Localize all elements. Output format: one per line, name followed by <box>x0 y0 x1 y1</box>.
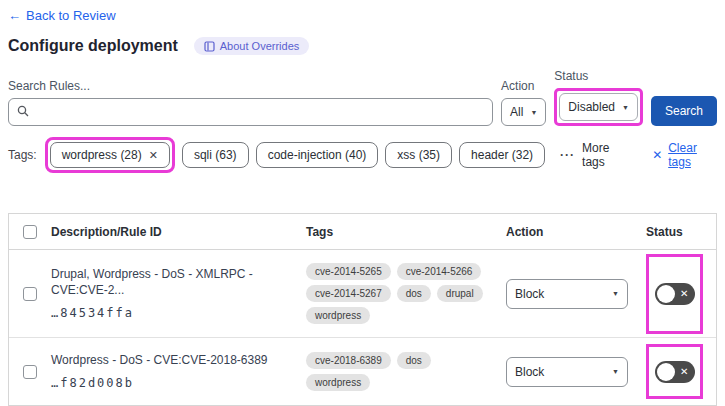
tag-pill: cve-2014-5266 <box>397 263 482 280</box>
status-dropdown-value: Disabled <box>568 100 615 114</box>
action-dropdown[interactable]: All ▼ <box>501 98 546 126</box>
action-select-value: Block <box>515 365 544 379</box>
tags-label: Tags: <box>8 148 37 162</box>
chevron-down-icon: ▼ <box>612 368 619 375</box>
row-checkbox[interactable] <box>23 365 37 379</box>
chevron-down-icon: ▼ <box>530 109 537 116</box>
table-row: Wordpress - DoS - CVE:CVE-2018-6389 …f82… <box>9 338 716 405</box>
rule-id: …f82d008b <box>51 376 294 390</box>
filter-bar: Search Rules... Action All ▼ Status Disa… <box>8 69 717 126</box>
about-overrides-label: About Overrides <box>220 40 299 52</box>
tag-pill: dos <box>397 285 431 302</box>
table-header-row: Description/Rule ID Tags Action Status <box>9 214 716 250</box>
tags-bar: Tags: wordpress (28) ✕ sqli (63) code-in… <box>8 137 717 173</box>
toggle-knob <box>657 285 675 303</box>
chevron-down-icon: ▼ <box>612 290 619 297</box>
tag-filter-label: code-injection (40) <box>268 148 367 162</box>
status-toggle-highlight: ✕ <box>646 344 703 399</box>
tag-filter-label: sqli (63) <box>194 148 237 162</box>
clear-tags-label: Clear tags <box>668 141 717 169</box>
status-toggle-highlight: ✕ <box>646 254 703 334</box>
tag-filter[interactable]: sqli (63) <box>182 142 249 168</box>
select-all-checkbox[interactable] <box>23 225 37 239</box>
action-dropdown-value: All <box>510 105 523 119</box>
about-overrides-badge[interactable]: About Overrides <box>194 37 309 55</box>
tag-filter-label: xss (35) <box>397 148 440 162</box>
more-tags-button[interactable]: ··· More tags <box>560 141 629 169</box>
selected-tag-highlight: wordpress (28) ✕ <box>45 137 175 173</box>
status-filter-label: Status <box>554 69 643 83</box>
status-dropdown[interactable]: Disabled ▼ <box>559 93 638 121</box>
toggle-off-icon: ✕ <box>680 366 688 377</box>
toggle-off-icon: ✕ <box>680 288 688 299</box>
rule-tags: cve-2018-6389doswordpress <box>306 352 506 391</box>
tag-pill: wordpress <box>306 307 370 324</box>
search-icon <box>17 103 29 121</box>
tag-pill: dos <box>397 352 431 369</box>
close-icon: ✕ <box>652 148 662 162</box>
rule-description: Wordpress - DoS - CVE:CVE-2018-6389 <box>51 353 294 369</box>
status-toggle[interactable]: ✕ <box>655 283 695 305</box>
action-filter-label: Action <box>501 79 546 93</box>
back-link-label: Back to Review <box>26 8 116 23</box>
rules-table: Description/Rule ID Tags Action Status D… <box>8 213 717 406</box>
column-header-tags: Tags <box>306 225 506 239</box>
heading-row: Configure deployment About Overrides <box>8 37 717 55</box>
ellipsis-icon: ··· <box>560 148 575 162</box>
configure-deployment-page: ←Back to Review Configure deployment Abo… <box>0 0 725 406</box>
rule-tags: cve-2014-5265cve-2014-5266cve-2014-5267d… <box>306 263 506 324</box>
remove-tag-icon[interactable]: ✕ <box>149 149 158 162</box>
search-rules-label: Search Rules... <box>8 79 493 93</box>
action-select[interactable]: Block ▼ <box>506 279 628 309</box>
tag-filter-label: wordpress (28) <box>62 148 142 162</box>
action-filter-group: Action All ▼ <box>501 79 546 126</box>
back-to-review-link[interactable]: ←Back to Review <box>8 8 116 23</box>
tag-filter[interactable]: code-injection (40) <box>256 142 379 168</box>
status-toggle[interactable]: ✕ <box>655 361 695 383</box>
tag-pill: cve-2014-5267 <box>306 285 391 302</box>
search-button[interactable]: Search <box>651 96 717 126</box>
status-filter-group: Status Disabled ▼ <box>554 69 643 126</box>
column-header-action: Action <box>506 225 646 239</box>
action-select-value: Block <box>515 287 544 301</box>
column-header-description: Description/Rule ID <box>43 225 306 239</box>
status-dropdown-highlight: Disabled ▼ <box>554 88 643 126</box>
back-arrow-icon: ← <box>8 8 21 23</box>
toggle-knob <box>657 363 675 381</box>
rule-id: …84534ffa <box>51 306 294 320</box>
more-tags-label: More tags <box>582 141 629 169</box>
chevron-down-icon: ▼ <box>622 104 629 111</box>
search-group: Search Rules... <box>8 79 493 126</box>
tag-pill: wordpress <box>306 374 370 391</box>
row-checkbox[interactable] <box>23 287 37 301</box>
tag-pill: drupal <box>437 285 483 302</box>
clear-tags-button[interactable]: ✕ Clear tags <box>652 141 717 169</box>
tag-pill: cve-2018-6389 <box>306 352 391 369</box>
table-row: Drupal, Wordpress - DoS - XMLRPC - CVE:C… <box>9 250 716 338</box>
rule-description: Drupal, Wordpress - DoS - XMLRPC - CVE:C… <box>51 267 294 298</box>
tag-filter-wordpress[interactable]: wordpress (28) ✕ <box>50 142 170 168</box>
search-rules-input[interactable] <box>35 105 484 119</box>
tag-pill: cve-2014-5265 <box>306 263 391 280</box>
action-select[interactable]: Block ▼ <box>506 357 628 387</box>
column-header-status: Status <box>646 225 716 239</box>
tag-filter-label: header (32) <box>471 148 533 162</box>
tag-filter[interactable]: xss (35) <box>385 142 452 168</box>
page-title: Configure deployment <box>8 37 178 55</box>
search-box[interactable] <box>8 98 493 126</box>
book-icon <box>204 41 215 52</box>
tag-filter[interactable]: header (32) <box>459 142 545 168</box>
